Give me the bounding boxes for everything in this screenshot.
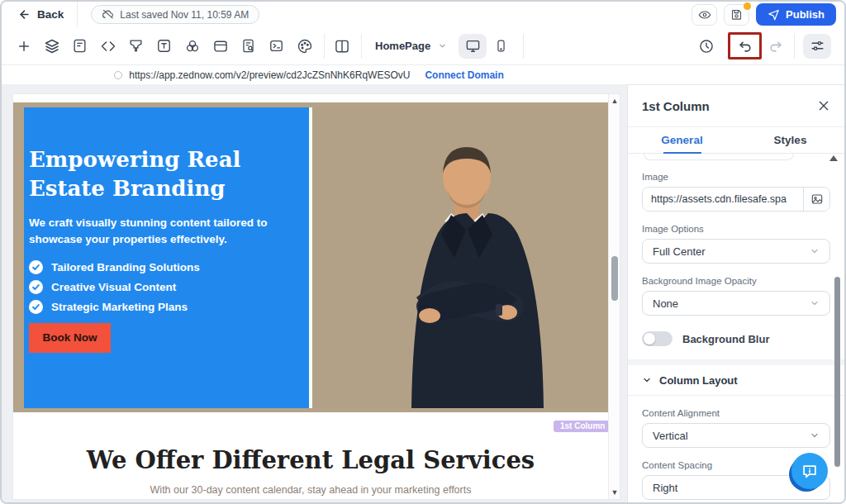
undo-highlight-annotation xyxy=(728,32,762,59)
panel-scroll-up-arrow[interactable] xyxy=(829,155,838,161)
content-alignment-label: Content Alignment xyxy=(642,408,830,418)
undo-button[interactable] xyxy=(736,37,753,55)
chevron-down-icon xyxy=(642,375,652,385)
top-bar: Back Last saved Nov 11, 10:59 AM xyxy=(2,2,844,27)
last-saved-status: Last saved Nov 11, 10:59 AM xyxy=(91,5,259,24)
column-settings-panel: 1st Column General Styles Image Image Op… xyxy=(627,84,844,502)
add-element-button[interactable] xyxy=(15,37,32,55)
terminal-icon[interactable] xyxy=(268,37,285,55)
publish-button[interactable]: Publish xyxy=(756,3,836,26)
divider xyxy=(324,34,325,59)
back-button[interactable]: Back xyxy=(18,8,64,21)
hero-section[interactable]: Empowering Real Estate Branding We craft… xyxy=(13,102,620,412)
save-icon xyxy=(730,8,743,21)
panel-scrollbar-thumb[interactable] xyxy=(834,277,840,467)
bg-opacity-select[interactable]: None xyxy=(642,291,830,316)
column-layout-icon[interactable] xyxy=(333,37,350,55)
blend-colors-icon[interactable] xyxy=(183,37,201,55)
image-url-input[interactable] xyxy=(643,188,803,211)
browser-card-icon[interactable] xyxy=(212,37,229,55)
hero-text-column[interactable]: Empowering Real Estate Branding We craft… xyxy=(24,107,309,408)
editor-toolbar: HomePage xyxy=(2,27,844,65)
chat-bubble-icon xyxy=(801,462,819,480)
content-alignment-select[interactable]: Vertical xyxy=(642,423,830,448)
page-selector-label: HomePage xyxy=(375,40,430,52)
connect-domain-link[interactable]: Connect Domain xyxy=(425,69,503,81)
check-circle-icon xyxy=(29,260,43,274)
list-item: Creative Visual Content xyxy=(29,280,309,294)
scrollbar-thumb[interactable] xyxy=(611,256,618,301)
back-arrow-icon xyxy=(18,8,31,21)
page-selector-dropdown[interactable]: HomePage xyxy=(375,40,447,52)
preview-eye-button[interactable] xyxy=(692,4,717,26)
seo-document-icon[interactable] xyxy=(240,37,257,55)
version-history-button[interactable] xyxy=(697,37,715,55)
page-builder-window: Back Last saved Nov 11, 10:59 AM xyxy=(0,0,846,504)
tab-styles[interactable]: Styles xyxy=(736,127,844,153)
cloud-off-icon xyxy=(102,8,114,21)
publish-label: Publish xyxy=(786,8,825,21)
divider xyxy=(77,2,78,27)
desktop-view-button[interactable] xyxy=(459,34,487,59)
tab-general[interactable]: General xyxy=(628,127,736,153)
list-item: Strategic Marketing Plans xyxy=(29,300,309,314)
forms-icon[interactable] xyxy=(71,37,88,55)
divider xyxy=(361,34,362,59)
bg-opacity-value: None xyxy=(653,297,678,310)
services-subheading: With our 30-day content calendar, stay a… xyxy=(13,484,608,496)
check-circle-icon xyxy=(29,300,43,314)
chevron-down-icon xyxy=(810,298,820,308)
book-now-button[interactable]: Book Now xyxy=(29,323,111,353)
page-preview: Empowering Real Estate Branding We craft… xyxy=(13,94,620,499)
text-icon[interactable] xyxy=(155,37,173,55)
bullet-text: Strategic Marketing Plans xyxy=(51,301,188,313)
marker-icon[interactable] xyxy=(127,37,145,55)
eye-icon xyxy=(698,8,711,21)
chevron-down-icon xyxy=(810,430,820,440)
panel-title: 1st Column xyxy=(642,99,710,113)
background-blur-toggle[interactable] xyxy=(642,331,673,346)
image-options-select[interactable]: Full Center xyxy=(642,239,830,264)
column-layout-section-header[interactable]: Column Layout xyxy=(642,365,830,395)
divider xyxy=(628,395,844,396)
clipped-field xyxy=(644,154,794,160)
section-separator xyxy=(628,359,844,365)
unsaved-changes-dot xyxy=(744,2,751,10)
image-options-label: Image Options xyxy=(642,224,830,234)
content-alignment-value: Vertical xyxy=(653,430,688,442)
chevron-down-icon xyxy=(438,41,447,50)
hero-description: We craft visually stunning content tailo… xyxy=(29,215,302,249)
panel-tabs: General Styles xyxy=(628,127,844,154)
chevron-down-icon xyxy=(810,246,820,256)
mobile-view-button[interactable] xyxy=(487,34,515,59)
globe-icon xyxy=(114,71,122,79)
scroll-down-arrow[interactable]: ▼ xyxy=(609,487,620,497)
support-chat-button[interactable] xyxy=(791,453,828,489)
column-layout-label: Column Layout xyxy=(659,374,738,387)
check-circle-icon xyxy=(29,280,43,294)
back-label: Back xyxy=(37,8,64,21)
businessman-photo[interactable] xyxy=(312,107,620,408)
palette-icon[interactable] xyxy=(296,37,313,55)
selected-column-badge: 1st Column xyxy=(554,421,611,432)
background-blur-row: Background Blur xyxy=(642,331,830,346)
preview-url: https://app.zednow.com/v2/preview/cd2JcZ… xyxy=(129,69,410,81)
send-icon xyxy=(768,8,780,21)
last-saved-text: Last saved Nov 11, 10:59 AM xyxy=(120,9,249,21)
divider xyxy=(794,34,795,59)
layers-icon[interactable] xyxy=(43,37,60,55)
image-picker-button[interactable] xyxy=(803,188,829,211)
redo-button[interactable] xyxy=(767,37,784,55)
services-heading: We Offer Different Legal Services xyxy=(13,446,608,474)
bullet-text: Tailored Branding Solutions xyxy=(51,261,200,273)
content-spacing-value: Right xyxy=(653,482,677,494)
preview-scrollbar[interactable]: ▲ ▼ xyxy=(608,94,620,499)
bullet-text: Creative Visual Content xyxy=(51,281,176,293)
image-url-control xyxy=(642,187,830,212)
preferences-sliders-button[interactable] xyxy=(803,34,831,59)
save-button[interactable] xyxy=(724,4,749,26)
divider xyxy=(523,34,524,59)
close-icon[interactable] xyxy=(817,99,830,112)
code-icon[interactable] xyxy=(99,37,116,55)
scroll-up-arrow[interactable]: ▲ xyxy=(609,96,620,106)
